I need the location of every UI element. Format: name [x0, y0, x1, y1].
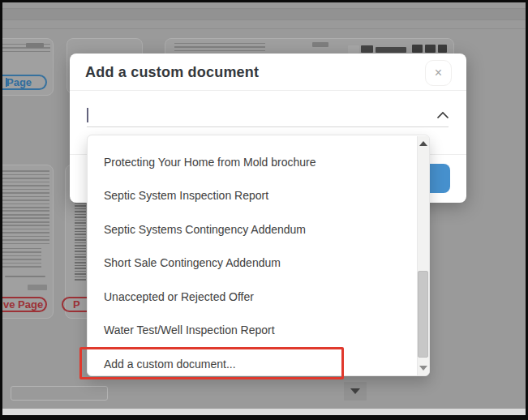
thumbnail-text-smudge — [312, 42, 328, 47]
thumbnail-text-smudge — [28, 285, 47, 290]
modal-title: Add a custom document — [85, 64, 259, 81]
thumbnail-text-smudge — [26, 43, 44, 48]
collapse-arrow-button — [344, 382, 367, 401]
partial-heading-text — [361, 45, 373, 53]
scrollbar-thumb[interactable] — [418, 271, 428, 358]
remove-page-pill-button: ve Page — [0, 297, 47, 312]
partial-heading-text — [412, 45, 423, 53]
dropdown-item[interactable]: Septic Systems Contingency Addendum — [88, 212, 417, 246]
screenshot-border-top — [0, 0, 528, 2]
thumbnail-text-lines — [174, 43, 265, 54]
dropdown-item[interactable]: Septic System Inspection Report — [88, 179, 417, 213]
chevron-up-icon[interactable] — [436, 109, 450, 124]
dropdown-arrow-icon — [350, 388, 360, 394]
scroll-down-button[interactable] — [419, 366, 427, 371]
toolbar-band — [2, 8, 526, 20]
screenshot: Page ve Page P Add a custom document × — [0, 0, 528, 420]
screenshot-border-bottom — [0, 415, 528, 420]
dropdown-items: Protecting Your Home from Mold brochure … — [88, 145, 417, 376]
screenshot-border-left — [0, 0, 2, 420]
modal-header-divider — [70, 90, 466, 91]
dropdown-listbox: Protecting Your Home from Mold brochure … — [87, 135, 430, 376]
thumbnail-signature-line — [5, 276, 45, 277]
combobox-underline — [87, 126, 449, 127]
thumbnail-text-lines — [75, 203, 86, 281]
scroll-up-icon — [419, 141, 427, 146]
page-pill-label: Page — [6, 76, 32, 88]
thumbnail-text-lines — [2, 248, 41, 269]
page-pill-caret-mark — [6, 78, 7, 87]
thumbnail-text-smudge — [348, 45, 359, 54]
dropdown-item[interactable]: Unaccepted or Rejected Offer — [88, 280, 417, 314]
remove-page-pill-label: ve Page — [3, 298, 43, 311]
highlight-annotation-box — [79, 347, 344, 379]
toolbar-band-hairline — [2, 28, 526, 29]
partial-heading-text — [425, 45, 436, 53]
second-pill-label: P — [73, 298, 80, 311]
thumbnail-text-lines — [2, 170, 49, 245]
scroll-down-icon — [419, 366, 427, 371]
dropdown-item[interactable]: Short Sale Contingency Addendum — [88, 246, 417, 281]
filename-input-outline — [11, 386, 108, 401]
dropdown-item[interactable]: Protecting Your Home from Mold brochure — [88, 145, 417, 179]
document-combobox-input[interactable] — [87, 104, 449, 126]
dropdown-item[interactable]: Water Test/Well Inspection Report — [88, 314, 417, 348]
scroll-up-button[interactable] — [419, 141, 427, 146]
close-button[interactable]: × — [425, 60, 452, 86]
partial-heading-text — [376, 47, 406, 53]
close-icon: × — [435, 66, 442, 79]
partial-heading-text — [438, 45, 447, 53]
